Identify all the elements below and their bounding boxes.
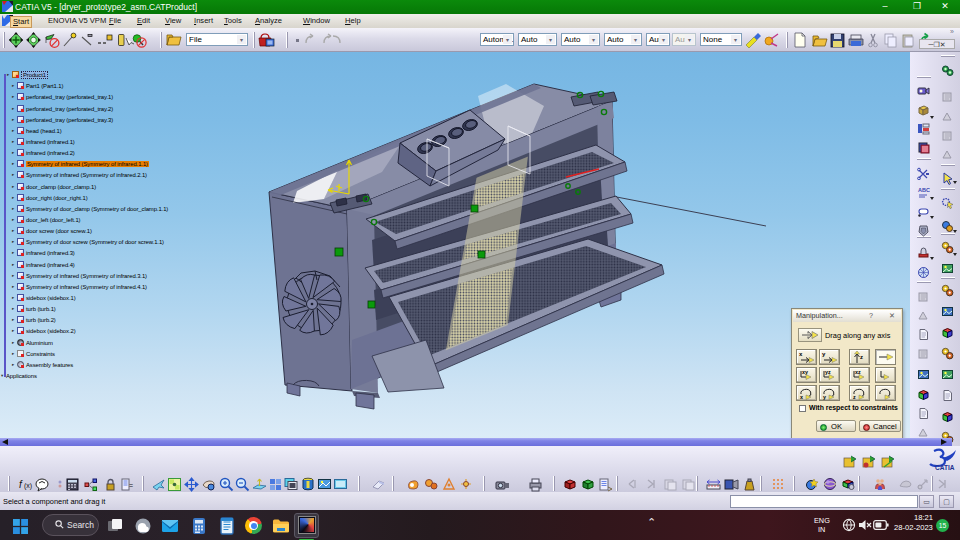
svg-text:z: z bbox=[860, 354, 863, 360]
svg-text:y: y bbox=[822, 351, 826, 357]
svg-text:z: z bbox=[853, 394, 856, 400]
svg-text:(x): (x) bbox=[24, 482, 32, 490]
svg-text:xy: xy bbox=[802, 369, 808, 375]
svg-text:xz: xz bbox=[855, 369, 861, 375]
svg-text:=: = bbox=[129, 482, 133, 489]
svg-text:CATIA: CATIA bbox=[935, 464, 955, 471]
svg-text:ABC: ABC bbox=[918, 187, 930, 193]
svg-text:yz: yz bbox=[825, 369, 831, 375]
svg-text:x: x bbox=[800, 394, 803, 400]
svg-text:y: y bbox=[823, 394, 826, 400]
svg-text:x: x bbox=[799, 351, 803, 357]
svg-text:f: f bbox=[19, 479, 23, 490]
